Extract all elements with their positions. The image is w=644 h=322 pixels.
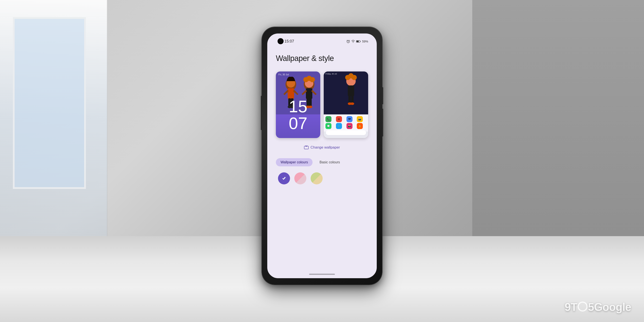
lock-hour: 15 [276,98,320,115]
left-button [261,96,262,130]
wallpaper-previews[interactable]: Fri, 30 Jul [276,72,368,138]
battery-percent: 59% [362,40,368,43]
svg-rect-4 [356,40,359,42]
color-swatches [276,172,368,184]
swatch-pink[interactable] [294,172,306,184]
home-search-bar[interactable] [326,130,366,135]
app-icon-other: 🔒 [357,123,363,129]
app-icon-camera: 📷 [357,116,363,122]
window-light-left [0,0,107,236]
checkmark-icon [282,176,286,181]
svg-point-32 [350,102,354,105]
svg-point-17 [310,77,315,82]
alarm-icon [346,40,350,43]
status-icons: 59% [346,40,368,43]
lock-date: Fri, 30 Jul [278,73,289,76]
app-icon-maps: 🗺 [346,116,352,122]
watermark: 9T5Google [564,300,631,314]
screen-content: Wallpaper & style Fri, 30 Jul [267,45,377,189]
battery-icon [356,40,361,43]
svg-point-27 [352,75,357,80]
status-bar: 15:07 [267,34,377,45]
svg-rect-28 [348,86,354,96]
app-icons-grid: 📞 ✉ 🗺 📷 💬 🐦 📸 🔒 [326,116,366,129]
page-title: Wallpaper & style [276,54,368,63]
home-date: Friday, 30 Jul [326,73,337,75]
tab-basic-colours[interactable]: Basic colours [315,158,344,166]
phone-screen: 15:07 [267,34,377,278]
svg-rect-3 [360,41,360,42]
app-icon-instagram: 📸 [346,123,352,129]
app-icon-mail: ✉ [336,116,342,122]
phone-body: 15:07 [262,27,382,285]
lock-screen-time: 15 07 [276,98,320,132]
change-wallpaper-label: Change wallpaper [310,145,340,150]
camera-hole [278,38,284,44]
home-screen-preview[interactable]: Friday, 30 Jul 📞 ✉ 🗺 📷 💬 🐦 📸 [324,72,368,138]
home-character-illustration [334,72,368,112]
power-button [382,87,383,104]
app-icon-whatsapp: 💬 [326,123,332,129]
watermark-text: 9T5Google [564,300,631,314]
svg-point-1 [353,42,353,43]
wifi-icon [352,40,355,43]
swatch-purple[interactable] [278,172,290,184]
tab-wallpaper-colours[interactable]: Wallpaper colours [276,158,312,166]
home-indicator [309,274,335,275]
lock-screen-preview[interactable]: Fri, 30 Jul [276,72,320,138]
color-scheme-tabs[interactable]: Wallpaper colours Basic colours [276,158,368,166]
change-wallpaper-icon [304,146,309,150]
swatch-green-yellow[interactable] [310,172,323,184]
lock-minute: 07 [276,115,320,132]
volume-button [382,108,383,136]
phone-device: 15:07 [262,27,382,285]
app-icon-twitter: 🐦 [336,123,342,129]
status-time: 15:07 [284,39,294,44]
app-icon-phone: 📞 [326,116,332,122]
window-pane [13,17,86,189]
change-wallpaper-button[interactable]: Change wallpaper [276,143,368,152]
